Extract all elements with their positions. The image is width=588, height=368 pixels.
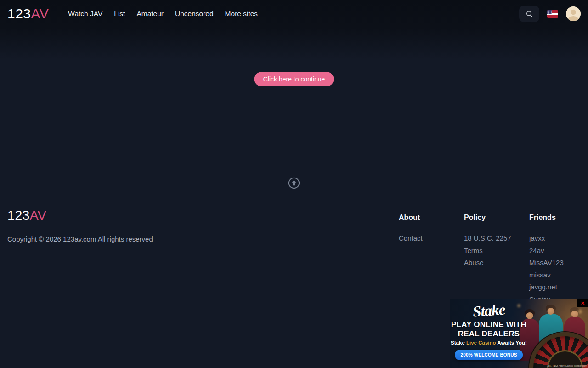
nav-item-uncensored[interactable]: Uncensored — [175, 7, 214, 21]
user-avatar[interactable] — [566, 6, 581, 21]
footer-link-terms[interactable]: Terms — [464, 247, 529, 254]
navbar-right — [519, 6, 581, 22]
footer-logo-part-2: AV — [29, 208, 46, 223]
ad-sub-prefix: Stake — [451, 340, 466, 345]
footer-column-title: About — [399, 213, 464, 222]
footer-logo-part-1: 123 — [7, 208, 29, 223]
ad-disclaimer-text: 18+, T&Cs Apply, Gamble Responsibly — [547, 364, 587, 367]
ad-welcome-bonus-button[interactable]: 200% WELCOME BONUS — [455, 350, 522, 360]
bokeh-light — [578, 310, 582, 314]
ad-sub-suffix: Awaits You! — [496, 340, 527, 345]
nav-item-watch-jav[interactable]: Watch JAV — [68, 7, 102, 21]
ad-close-button[interactable]: ✕ — [577, 299, 588, 307]
site-logo[interactable]: 123AV — [7, 6, 49, 22]
language-flag-us[interactable] — [547, 10, 558, 18]
stake-ad-banner[interactable]: Stake PLAY ONLINE WITH REAL DEALERS Stak… — [450, 299, 588, 368]
logo-part-2: AV — [31, 6, 49, 21]
page: 123AV Watch JAV List Amateur Uncensored … — [0, 0, 588, 368]
ad-text-block: Stake PLAY ONLINE WITH REAL DEALERS Stak… — [450, 299, 527, 368]
continue-button[interactable]: Click here to continue — [254, 72, 334, 86]
nav-item-amateur[interactable]: Amateur — [136, 7, 164, 21]
search-button[interactable] — [519, 6, 539, 22]
footer-link-missav123[interactable]: MissAV123 — [529, 259, 588, 266]
footer-link-abuse[interactable]: Abuse — [464, 259, 529, 266]
footer-link-contact[interactable]: Contact — [399, 235, 464, 242]
logo-part-1: 123 — [7, 6, 31, 21]
navbar: 123AV Watch JAV List Amateur Uncensored … — [0, 0, 588, 28]
footer-link-24av[interactable]: 24av — [529, 247, 588, 254]
footer-logo[interactable]: 123AV — [7, 208, 46, 223]
stake-brand-logo: Stake — [472, 301, 506, 321]
nav-item-more-sites[interactable]: More sites — [225, 7, 258, 21]
footer-link-javxx[interactable]: javxx — [529, 235, 588, 242]
footer-link-2257[interactable]: 18 U.S.C. 2257 — [464, 235, 529, 242]
footer-link-javgg-net[interactable]: javgg.net — [529, 283, 588, 290]
footer-column-title: Friends — [529, 213, 588, 222]
scroll-to-top-button[interactable] — [288, 177, 300, 190]
main-nav: Watch JAV List Amateur Uncensored More s… — [68, 7, 258, 21]
copyright-text: Copyright © 2026 123av.com All rights re… — [7, 235, 153, 243]
search-icon — [526, 10, 533, 18]
footer-column-policy: Policy 18 U.S.C. 2257 Terms Abuse — [464, 213, 529, 271]
ad-sub-highlight: Live Casino — [466, 340, 496, 345]
ad-headline-line1: PLAY ONLINE WITH — [451, 321, 526, 328]
footer-column-about: About Contact — [399, 213, 464, 247]
ad-headline-line2: REAL DEALERS — [458, 330, 520, 338]
nav-item-list[interactable]: List — [114, 7, 125, 21]
footer-column-title: Policy — [464, 213, 529, 222]
arrow-up-circle-icon — [288, 177, 300, 190]
ad-subline: Stake Live Casino Awaits You! — [451, 340, 527, 345]
footer-link-missav[interactable]: missav — [529, 271, 588, 278]
avatar-silhouette-icon — [566, 6, 581, 21]
footer-column-friends: Friends javxx 24av MissAV123 missav javg… — [529, 213, 588, 308]
